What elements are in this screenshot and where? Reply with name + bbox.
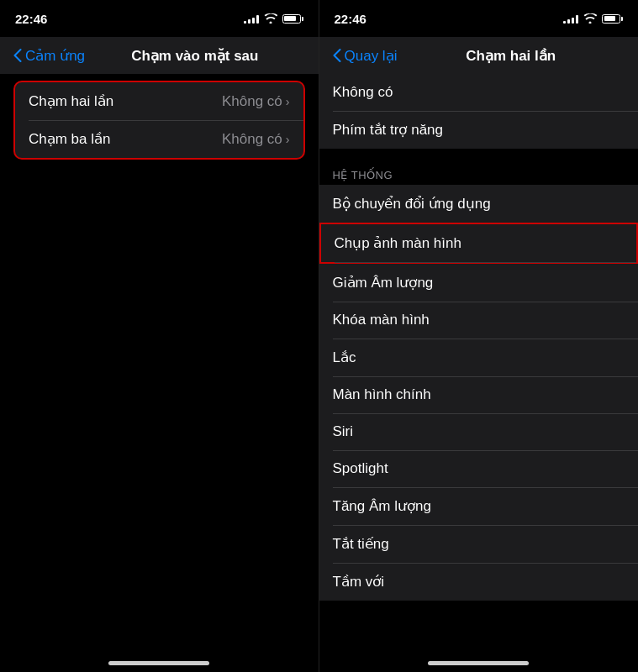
home-bar-left xyxy=(108,661,209,665)
nav-header-right: Quay lại Chạm hai lần xyxy=(319,37,639,74)
siri-label: Siri xyxy=(333,423,354,440)
touch-settings-group: Chạm hai lần Không có › Chạm ba lần Khôn… xyxy=(13,81,305,160)
home-indicator-left xyxy=(0,643,319,672)
list-item-siri[interactable]: Siri xyxy=(319,413,639,450)
time-left: 22:46 xyxy=(15,12,47,26)
time-right: 22:46 xyxy=(335,12,366,26)
top-options-group: Không có Phím tắt trợ năng xyxy=(319,74,639,149)
mute-label: Tắt tiếng xyxy=(333,535,389,553)
list-item-mute[interactable]: Tắt tiếng xyxy=(319,525,639,563)
volume-down-label: Giảm Âm lượng xyxy=(333,274,434,291)
list-item-home-screen[interactable]: Màn hình chính xyxy=(319,376,639,413)
list-item-volume-down[interactable]: Giảm Âm lượng xyxy=(319,264,639,302)
shake-label: Lắc xyxy=(333,349,356,366)
section-divider xyxy=(319,149,639,162)
system-section-header: HỆ THỐNG xyxy=(319,162,639,185)
list-item-double-tap[interactable]: Chạm hai lần Không có › xyxy=(15,82,303,120)
list-item-spotlight[interactable]: Spotlight xyxy=(319,450,639,487)
left-screen: 22:46 Cảm ứng xyxy=(0,0,319,672)
nav-title-left: Chạm vào mặt sau xyxy=(85,47,304,65)
home-screen-label: Màn hình chính xyxy=(333,386,431,403)
list-item-none[interactable]: Không có xyxy=(319,74,639,111)
wifi-icon xyxy=(264,13,277,24)
double-tap-label: Chạm hai lần xyxy=(29,92,113,110)
list-item-accessibility[interactable]: Phím tắt trợ năng xyxy=(319,111,639,149)
chevron-left-icon-right xyxy=(333,49,341,62)
app-switcher-label: Bộ chuyển đổi ứng dụng xyxy=(333,195,491,213)
content-right: Không có Phím tắt trợ năng HỆ THỐNG Bộ c… xyxy=(319,74,639,643)
signal-icon xyxy=(244,13,259,24)
accessibility-label: Phím tắt trợ năng xyxy=(333,121,444,139)
list-item-triple-tap[interactable]: Chạm ba lần Không có › xyxy=(15,120,303,158)
list-item-screenshot[interactable]: Chụp ảnh màn hình xyxy=(319,223,639,264)
status-icons-right xyxy=(563,13,623,24)
list-item-shake[interactable]: Lắc xyxy=(319,339,639,376)
triple-tap-label: Chạm ba lần xyxy=(29,130,110,148)
triple-tap-value: Không có › xyxy=(222,131,290,148)
volume-up-label: Tăng Âm lượng xyxy=(333,497,431,515)
system-options-group: Bộ chuyển đổi ứng dụng Chụp ảnh màn hình… xyxy=(319,185,639,601)
status-icons-left xyxy=(244,13,303,24)
battery-icon-right xyxy=(602,14,623,24)
back-label-left: Cảm ứng xyxy=(25,47,85,65)
nav-header-left: Cảm ứng Chạm vào mặt sau xyxy=(0,37,319,74)
reachability-label: Tầm với xyxy=(333,573,385,591)
home-indicator-right xyxy=(319,643,639,672)
back-button-left[interactable]: Cảm ứng xyxy=(13,47,85,65)
battery-icon xyxy=(282,14,303,24)
screenshot-label: Chụp ảnh màn hình xyxy=(335,234,461,252)
double-tap-value: Không có › xyxy=(222,93,290,110)
content-left: Chạm hai lần Không có › Chạm ba lần Khôn… xyxy=(0,74,319,643)
wifi-icon-right xyxy=(583,13,597,24)
list-item-reachability[interactable]: Tầm với xyxy=(319,563,639,601)
lock-screen-label: Khóa màn hình xyxy=(333,312,430,328)
chevron-left-icon xyxy=(13,49,22,62)
back-label-right: Quay lại xyxy=(345,47,398,65)
signal-icon-right xyxy=(563,13,578,24)
home-bar-right xyxy=(428,661,529,665)
status-bar-left: 22:46 xyxy=(0,0,319,37)
spotlight-label: Spotlight xyxy=(333,460,388,477)
chevron-right-icon: › xyxy=(286,95,290,108)
list-item-volume-up[interactable]: Tăng Âm lượng xyxy=(319,487,639,525)
chevron-right-icon-2: › xyxy=(286,133,290,146)
none-label: Không có xyxy=(333,84,393,101)
list-item-app-switcher[interactable]: Bộ chuyển đổi ứng dụng xyxy=(319,185,639,223)
list-item-lock-screen[interactable]: Khóa màn hình xyxy=(319,302,639,339)
back-button-right[interactable]: Quay lại xyxy=(333,47,398,65)
right-screen: 22:46 Quay lại xyxy=(319,0,639,672)
status-bar-right: 22:46 xyxy=(319,0,639,37)
nav-title-right: Chạm hai lần xyxy=(397,47,625,65)
